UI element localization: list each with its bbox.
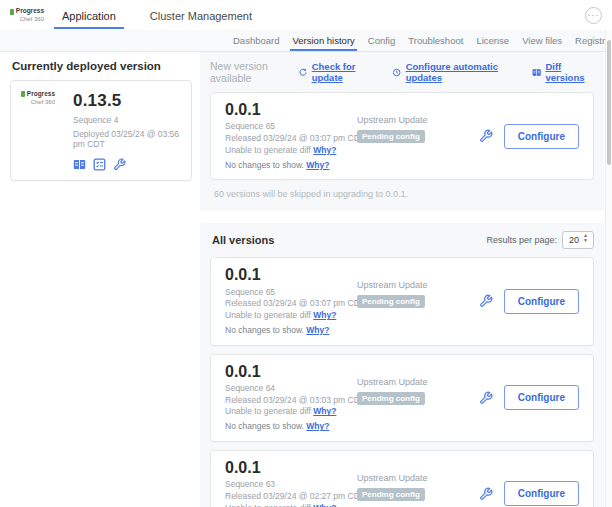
refresh-icon <box>298 67 307 78</box>
why-link[interactable]: Why? <box>313 310 336 320</box>
version-card: 0.0.1 Sequence 63 Released 03/29/24 @ 02… <box>210 450 594 507</box>
version-sequence: Sequence 63 <box>225 479 357 491</box>
version-type: Upstream Update <box>357 377 479 387</box>
why-link[interactable]: Why? <box>313 503 336 507</box>
version-released: Released 03/29/24 @ 03:03 pm CDT <box>225 395 357 407</box>
clock-icon <box>392 67 401 78</box>
version-number: 0.0.1 <box>225 363 357 381</box>
tab-cluster-management[interactable]: Cluster Management <box>142 1 260 29</box>
version-number: 0.0.1 <box>225 266 357 284</box>
version-card: 0.0.1 Sequence 64 Released 03/29/24 @ 03… <box>210 354 594 442</box>
subnav-view-files[interactable]: View files <box>522 30 562 51</box>
configure-button[interactable]: Configure <box>504 289 579 314</box>
results-per-page-select[interactable]: 20 ▲▼ <box>562 231 594 249</box>
configure-button[interactable]: Configure <box>504 481 579 506</box>
version-released: Released 03/29/24 @ 03:07 pm CDT <box>225 298 357 310</box>
overflow-menu-button[interactable]: ··· <box>585 7 602 24</box>
version-type: Upstream Update <box>357 115 479 125</box>
diff-icon[interactable] <box>73 158 86 171</box>
checklist-icon[interactable] <box>93 158 106 171</box>
status-badge: Pending config <box>357 488 425 501</box>
changes-note: No changes to show. Why? <box>225 421 357 433</box>
subnav-license[interactable]: License <box>476 30 509 51</box>
version-released: Released 03/29/24 @ 02:27 pm CDT <box>225 491 357 503</box>
edit-config-wrench-icon[interactable] <box>479 487 493 501</box>
logo-product: Chef 360 <box>10 16 44 22</box>
configure-automatic-updates-link[interactable]: Configure automatic updates <box>392 61 517 83</box>
version-sequence: Sequence 64 <box>225 383 357 395</box>
logo-brand: Progress <box>16 8 44 15</box>
version-number: 0.0.1 <box>225 459 357 477</box>
all-versions-section: All versions Results per page: 20 ▲▼ 0.0… <box>200 223 604 507</box>
new-version-card: 0.0.1 Sequence 65 Released 03/29/24 @ 03… <box>210 92 594 180</box>
scrollbar[interactable] <box>605 30 612 507</box>
deployed-timestamp: Deployed 03/25/24 @ 03:56 pm CDT <box>73 129 181 149</box>
why-link[interactable]: Why? <box>306 421 329 431</box>
skip-notice: 60 versions will be skipped in upgrading… <box>214 189 594 199</box>
version-type: Upstream Update <box>357 473 479 483</box>
results-per-page-label: Results per page: <box>486 235 557 245</box>
deployed-version: 0.13.5 <box>73 91 181 111</box>
configure-button[interactable]: Configure <box>504 385 579 410</box>
why-link[interactable]: Why? <box>313 406 336 416</box>
new-version-heading: New version available <box>210 60 298 84</box>
deployed-sequence: Sequence 4 <box>73 115 181 125</box>
diff-versions-link[interactable]: Diff versions <box>532 61 594 83</box>
why-link[interactable]: Why? <box>306 325 329 335</box>
version-type: Upstream Update <box>357 280 479 290</box>
edit-config-wrench-icon[interactable] <box>479 294 493 308</box>
changes-note: No changes to show. Why? <box>225 325 357 337</box>
status-badge: Pending config <box>357 295 425 308</box>
subnav-troubleshoot[interactable]: Troubleshoot <box>408 30 463 51</box>
edit-config-wrench-icon[interactable] <box>479 129 493 143</box>
diff-icon <box>532 67 541 78</box>
diff-note: Unable to generate diff Why? <box>225 310 357 322</box>
logo-icon <box>10 9 14 15</box>
logo-icon <box>21 91 25 97</box>
stepper-arrows-icon: ▲▼ <box>583 235 588 245</box>
why-link[interactable]: Why? <box>306 160 329 170</box>
all-versions-heading: All versions <box>212 234 274 246</box>
deployed-app-logo: Progress Chef 360 <box>21 91 55 171</box>
status-badge: Pending config <box>357 130 425 143</box>
scrollbar-thumb[interactable] <box>607 40 611 165</box>
edit-config-wrench-icon[interactable] <box>113 158 126 171</box>
diff-note: Unable to generate diff Why? <box>225 406 357 418</box>
diff-note: Unable to generate diff Why? <box>225 503 357 507</box>
top-header: Progress Chef 360 Application Cluster Ma… <box>0 0 612 30</box>
subnav-dashboard[interactable]: Dashboard <box>233 30 279 51</box>
changes-note: No changes to show. Why? <box>225 160 357 172</box>
version-sequence: Sequence 65 <box>225 287 357 299</box>
why-link[interactable]: Why? <box>313 145 336 155</box>
check-for-update-link[interactable]: Check for update <box>298 61 377 83</box>
deployed-card: Progress Chef 360 0.13.5 Sequence 4 Depl… <box>10 80 192 181</box>
version-number: 0.0.1 <box>225 101 357 119</box>
configure-button[interactable]: Configure <box>504 124 579 149</box>
version-sequence: Sequence 65 <box>225 121 357 133</box>
tab-application[interactable]: Application <box>54 1 124 29</box>
version-released: Released 03/29/24 @ 03:07 pm CDT <box>225 133 357 145</box>
subnav: Dashboard Version history Config Trouble… <box>0 30 612 52</box>
new-version-section: New version available Check for update C… <box>200 52 604 211</box>
diff-note: Unable to generate diff Why? <box>225 145 357 157</box>
version-card: 0.0.1 Sequence 65 Released 03/29/24 @ 03… <box>210 257 594 345</box>
deployed-panel: Currently deployed version Progress Chef… <box>0 52 200 181</box>
app-logo: Progress Chef 360 <box>10 8 44 22</box>
edit-config-wrench-icon[interactable] <box>479 391 493 405</box>
deployed-heading: Currently deployed version <box>12 60 192 72</box>
subnav-version-history[interactable]: Version history <box>292 30 354 51</box>
status-badge: Pending config <box>357 392 425 405</box>
subnav-config[interactable]: Config <box>368 30 395 51</box>
